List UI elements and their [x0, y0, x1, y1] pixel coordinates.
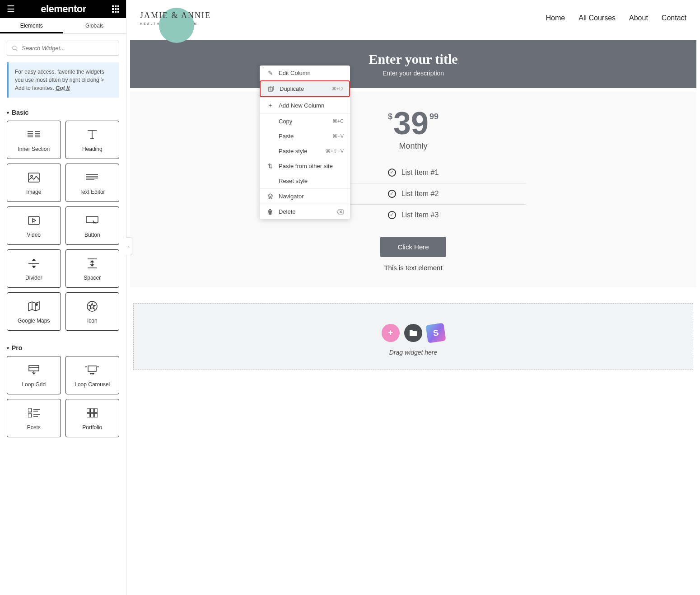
ctx-reset-style[interactable]: Reset style — [260, 173, 350, 188]
widget-inner-section[interactable]: Inner Section — [7, 121, 61, 159]
price-display: $ 39 99 — [130, 108, 696, 139]
svg-rect-48 — [270, 86, 274, 90]
widget-spacer[interactable]: Spacer — [65, 249, 120, 288]
section-pro-title[interactable]: Pro — [0, 337, 126, 356]
nav-about[interactable]: About — [629, 14, 648, 22]
hero-description[interactable]: Enter your description — [141, 70, 685, 77]
price-period: Monthly — [130, 141, 696, 151]
widget-heading[interactable]: Heading — [65, 121, 120, 159]
search-input[interactable] — [22, 45, 114, 52]
widget-text-editor[interactable]: Text Editor — [65, 164, 120, 202]
widget-button[interactable]: Button — [65, 206, 120, 245]
tab-globals[interactable]: Globals — [63, 18, 126, 33]
check-circle-icon: ✓ — [388, 211, 396, 219]
widget-label: Loop Carousel — [75, 381, 110, 388]
svg-rect-45 — [91, 413, 94, 417]
svg-rect-16 — [28, 216, 39, 225]
ctx-shortcut: ⌘+V — [332, 133, 344, 139]
widget-google-maps[interactable]: Google Maps — [7, 292, 61, 331]
widget-icon[interactable]: Icon — [65, 292, 120, 331]
ctx-duplicate[interactable]: Duplicate ⌘+D — [260, 80, 350, 97]
price-cents: 99 — [429, 112, 439, 122]
widget-loop-carousel[interactable]: Loop Carousel — [65, 356, 120, 394]
tab-elements[interactable]: Elements — [0, 18, 63, 33]
search-box[interactable] — [7, 41, 119, 56]
layers-icon — [266, 193, 274, 199]
ctx-paste-style[interactable]: Paste style ⌘+⇧+V — [260, 144, 350, 159]
ctx-copy[interactable]: Copy ⌘+C — [260, 114, 350, 129]
starter-templates-button[interactable]: S — [425, 323, 446, 343]
check-circle-icon: ✓ — [388, 169, 396, 177]
check-circle-icon: ✓ — [388, 190, 396, 198]
widget-divider[interactable]: Divider — [7, 249, 61, 288]
loop-grid-icon — [28, 363, 40, 377]
widget-image[interactable]: Image — [7, 164, 61, 202]
hero-title[interactable]: Enter your title — [141, 52, 685, 67]
apps-grid-icon[interactable] — [112, 5, 119, 13]
pencil-icon: ✎ — [266, 70, 274, 76]
widget-label: Icon — [87, 318, 98, 324]
sidebar-top-bar: ☰ elementor — [0, 0, 126, 18]
widget-label: Spacer — [84, 275, 101, 281]
widget-label: Google Maps — [18, 318, 50, 324]
hamburger-menu-icon[interactable]: ☰ — [7, 4, 15, 14]
nav-contact[interactable]: Contact — [662, 14, 686, 22]
price-currency: $ — [388, 112, 392, 122]
widget-portfolio[interactable]: Portfolio — [65, 399, 120, 437]
tip-box: For easy access, favorite the widgets yo… — [7, 62, 119, 98]
template-library-button[interactable] — [404, 324, 422, 342]
pro-widgets-grid: Loop Grid Loop Carousel Posts Portfolio — [0, 356, 126, 444]
ctx-delete[interactable]: Delete — [260, 204, 350, 219]
ctx-label: Paste from other site — [279, 163, 333, 169]
ctx-edit-column[interactable]: ✎ Edit Column — [260, 66, 350, 80]
hero-section[interactable]: Enter your title Enter your description — [130, 40, 696, 88]
delete-key-icon — [336, 209, 344, 215]
nav-all-courses[interactable]: All Courses — [579, 14, 616, 22]
ctx-add-new-column[interactable]: ＋ Add New Column — [260, 97, 350, 113]
feature-text: List Item #2 — [401, 190, 439, 198]
ctx-navigator[interactable]: Navigator — [260, 189, 350, 204]
loop-carousel-icon — [85, 363, 99, 377]
add-section-button[interactable]: + — [382, 324, 400, 342]
search-icon — [12, 45, 18, 52]
portfolio-icon — [87, 406, 98, 420]
widget-label: Portfolio — [82, 424, 102, 431]
drop-zone[interactable]: + S Drag widget here — [133, 303, 693, 370]
main-canvas: ‹ JAMIE & ANNIE HEALTH & NUTRITION Home … — [126, 0, 700, 595]
widget-posts[interactable]: Posts — [7, 399, 61, 437]
section-basic-title[interactable]: Basic — [0, 102, 126, 121]
page-header: JAMIE & ANNIE HEALTH & NUTRITION Home Al… — [126, 0, 700, 37]
svg-rect-43 — [94, 408, 98, 412]
pricing-section[interactable]: $ 39 99 Monthly ✓ List Item #1 ✓ List It… — [130, 92, 696, 287]
widget-video[interactable]: Video — [7, 206, 61, 245]
basic-widgets-grid: Inner Section Heading Image Text Editor … — [0, 121, 126, 337]
svg-point-24 — [36, 304, 37, 305]
drop-zone-actions: + S — [134, 324, 693, 342]
cta-button[interactable]: Click Here — [380, 237, 446, 257]
widget-label: Inner Section — [18, 146, 50, 152]
ctx-label: Delete — [279, 208, 296, 215]
ctx-shortcut: ⌘+⇧+V — [326, 148, 344, 154]
transfer-icon: ⇅ — [266, 163, 274, 169]
bottom-text-element[interactable]: This is text element — [130, 264, 696, 272]
widget-label: Button — [84, 232, 100, 238]
ctx-paste-from-other[interactable]: ⇅ Paste from other site — [260, 159, 350, 173]
trash-icon — [266, 209, 274, 215]
ctx-paste[interactable]: Paste ⌘+V — [260, 129, 350, 144]
svg-rect-38 — [28, 414, 32, 417]
inner-section-icon — [28, 128, 40, 141]
svg-point-34 — [93, 373, 94, 374]
icon-icon — [87, 300, 98, 313]
ctx-label: Edit Column — [279, 70, 311, 76]
divider-icon — [28, 257, 39, 270]
nav-home[interactable]: Home — [546, 14, 565, 22]
widget-label: Divider — [25, 275, 42, 281]
collapse-sidebar-handle[interactable]: ‹ — [126, 237, 132, 255]
site-logo[interactable]: JAMIE & ANNIE HEALTH & NUTRITION — [140, 11, 211, 25]
context-menu: ✎ Edit Column Duplicate ⌘+D ＋ Add New Co… — [260, 66, 350, 219]
ctx-label: Paste style — [279, 148, 308, 155]
widget-loop-grid[interactable]: Loop Grid — [7, 356, 61, 394]
got-it-link[interactable]: Got It — [56, 85, 70, 91]
widget-label: Video — [27, 232, 41, 238]
heading-icon — [86, 128, 98, 141]
